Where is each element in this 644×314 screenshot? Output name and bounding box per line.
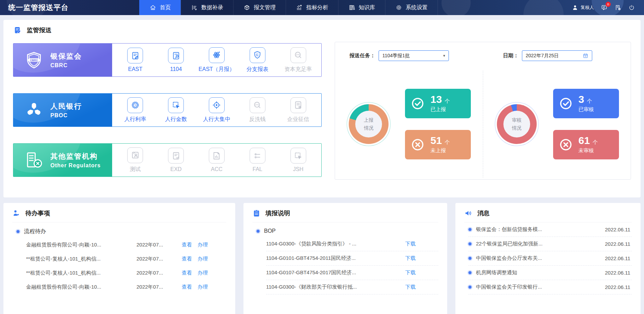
check-circle-icon xyxy=(559,96,573,111)
nav-item-report-mgmt[interactable]: 报文管理 xyxy=(233,0,286,15)
tile-pboc-rate[interactable]: % 人行利率 xyxy=(115,97,155,123)
home-icon xyxy=(150,4,156,11)
bullet-dot xyxy=(468,242,472,245)
task-doc-button[interactable] xyxy=(615,4,621,11)
nav-item-home[interactable]: 首页 xyxy=(139,0,181,15)
navbar-right: 复核人 n xyxy=(572,0,644,15)
regulator-card-pboc[interactable]: 人民银行 PBOC xyxy=(13,94,112,126)
message-row[interactable]: 中国银保监会办公厅发布关... 2022.06.11 xyxy=(468,251,632,266)
doc-lines-icon xyxy=(290,97,306,113)
tile-exd[interactable]: EXD xyxy=(156,148,196,172)
audited-stat-card[interactable]: 3个 已审核 xyxy=(553,89,619,118)
panel-title: 待办事项 xyxy=(25,209,50,217)
todo-date: 2022年07... xyxy=(136,256,176,262)
rate-badge-icon: % xyxy=(127,97,143,113)
handle-link[interactable]: 办理 xyxy=(198,284,208,290)
user-menu[interactable]: 复核人 xyxy=(572,4,594,11)
panel-title: 填报说明 xyxy=(265,209,290,217)
tile-east-monthly[interactable]: EAST（月报） xyxy=(197,47,237,73)
tile-capital-adequacy[interactable]: 0% 资本充足率 xyxy=(278,47,318,73)
clipboard-icon xyxy=(252,209,261,217)
svg-text:0%: 0% xyxy=(255,103,259,106)
not-uploaded-stat-card[interactable]: 51个 未上报 xyxy=(405,130,471,159)
tile-test[interactable]: 测试 xyxy=(115,147,155,173)
audit-donut-chart: 审核 情况 xyxy=(495,102,539,146)
download-link[interactable]: 下载 xyxy=(405,269,416,276)
message-row[interactable]: 银保监会：创新信贷服务模... 2022.06.11 xyxy=(468,222,632,237)
cursor-select-icon xyxy=(290,148,306,164)
nav-item-system-settings[interactable]: 系统设置 xyxy=(385,0,438,15)
tile-pboc-gold[interactable]: 人行金数 xyxy=(156,97,196,123)
pboc-logo xyxy=(24,100,44,120)
message-row[interactable]: 机房网络调整通知 2022.06.11 xyxy=(468,266,632,280)
download-link[interactable]: 下载 xyxy=(405,255,416,262)
message-row[interactable]: 中国银保监会关于印发银行... 2022.06.11 xyxy=(468,280,632,294)
todo-date: 2022年07... xyxy=(136,284,176,290)
tile-label: 1104 xyxy=(170,66,182,72)
tile-label: 测试 xyxy=(130,166,141,173)
regulator-row-pboc: 人民银行 PBOC % 人行利率 人行金数 人行大集中 xyxy=(13,93,322,127)
not-audited-stat-card[interactable]: 61个 未审核 xyxy=(553,130,619,159)
todo-name: 金融租赁股份有限公司-向颖-10... xyxy=(26,242,136,248)
nav-item-indicator-analysis[interactable]: 指标分析 xyxy=(286,0,338,15)
doc-name: 1104-G0300-《财政部关于印发银行抵... xyxy=(266,284,357,290)
download-link[interactable]: 下载 xyxy=(405,284,416,290)
logout-button[interactable] xyxy=(628,4,635,11)
doc-name: 1104-G0300-《贷款风险分类指引》 - ... xyxy=(266,241,356,247)
tile-enterprise-credit[interactable]: 企业征信 xyxy=(278,97,318,123)
regulator-card-other[interactable]: 其他监管机构 Other Regulators xyxy=(13,144,112,177)
not-uploaded-label: 未上报 xyxy=(430,147,450,154)
download-link[interactable]: 下载 xyxy=(405,241,416,247)
tile-pboc-centralized[interactable]: 人行大集中 xyxy=(197,97,237,123)
nav-item-knowledge-base[interactable]: 知识库 xyxy=(338,0,385,15)
tile-jsh[interactable]: JSH xyxy=(278,148,318,172)
todo-row: 金融租赁股份有限公司-向颖-10... 2022年07... 查看 办理 xyxy=(26,280,226,294)
pboc-tile-group: % 人行利率 人行金数 人行大集中 0% 反洗钱 xyxy=(112,94,321,126)
message-date: 2022.06.11 xyxy=(605,284,630,290)
count-unit: 个 xyxy=(587,98,592,104)
message-row[interactable]: 22个银保监局已细化加强新... 2022.06.11 xyxy=(468,237,632,251)
view-link[interactable]: 查看 xyxy=(182,256,192,262)
view-link[interactable]: 查看 xyxy=(182,270,192,276)
bullet-dot xyxy=(468,228,472,231)
todo-row: **租赁公司-复核人-101_机构信... 2022年07... 查看 办理 xyxy=(26,252,226,266)
other-tile-group: 测试 EXD ACC FAL xyxy=(112,144,321,177)
reporting-stats-panel: 报送任务： 1104季报1批 ▾ 日期： 2022年7月25日 31 xyxy=(335,42,631,180)
messages-button[interactable]: n xyxy=(601,4,608,11)
nav-item-data-entry[interactable]: 数据补录 xyxy=(181,0,233,15)
regulator-name-en: CBRC xyxy=(50,62,82,69)
tile-anti-money-laundering[interactable]: 0% 反洗钱 xyxy=(238,97,277,123)
panel-title: 消息 xyxy=(477,209,490,217)
section-title: 监管报送 xyxy=(27,26,51,34)
tile-east[interactable]: EAST xyxy=(115,48,155,72)
not-uploaded-count: 51 xyxy=(430,135,442,146)
date-picker[interactable]: 2022年7月25日 31 xyxy=(522,50,592,61)
todo-row: **租赁公司-复核人-101_机构信... 2022年07... 查看 办理 xyxy=(26,266,226,280)
message-date: 2022.06.11 xyxy=(605,227,630,232)
list-toggles-icon xyxy=(250,148,265,164)
tile-1104[interactable]: 1104 xyxy=(156,48,196,72)
tile-branch-reports[interactable]: 征 分支报表 xyxy=(238,47,277,73)
cursor-select-icon xyxy=(168,97,184,113)
server-icon xyxy=(24,150,44,170)
data-entry-icon xyxy=(191,4,198,11)
view-link[interactable]: 查看 xyxy=(182,284,192,290)
task-select[interactable]: 1104季报1批 ▾ xyxy=(379,50,449,61)
package-icon xyxy=(243,4,250,11)
handle-link[interactable]: 办理 xyxy=(198,242,208,248)
handle-link[interactable]: 办理 xyxy=(198,256,208,262)
donut-center-label: 情况 xyxy=(364,125,373,131)
view-link[interactable]: 查看 xyxy=(182,242,192,248)
tile-label: EXD xyxy=(170,166,182,172)
tile-acc[interactable]: ACC xyxy=(197,148,237,172)
regulator-card-cbrc[interactable]: CBRC 银保监会 CBRC xyxy=(13,44,112,76)
handle-link[interactable]: 办理 xyxy=(198,270,208,276)
user-icon xyxy=(572,4,579,11)
uploaded-stat-card[interactable]: 13个 已上报 xyxy=(405,89,471,118)
tile-fal[interactable]: FAL xyxy=(238,148,277,172)
regulator-name: 人民银行 xyxy=(50,101,82,111)
bullet-dot xyxy=(468,257,472,260)
upload-status-section: 上报 情况 13个 已上报 xyxy=(335,71,483,178)
regulator-name-en: Other Regulators xyxy=(50,162,101,169)
nav-item-label: 系统设置 xyxy=(406,4,428,11)
